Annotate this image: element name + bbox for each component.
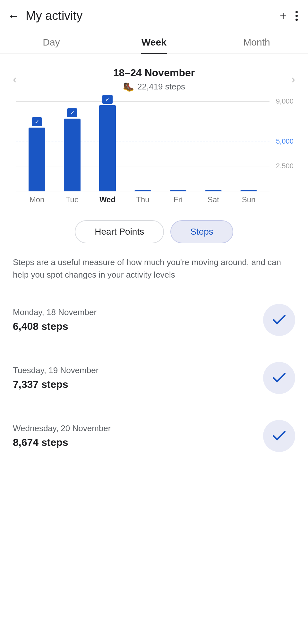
dot-icon bbox=[295, 11, 298, 13]
bar-tue: ✓ bbox=[64, 119, 81, 191]
goal-check-mon bbox=[263, 304, 295, 336]
entry-steps-wed: 8,674 steps bbox=[13, 437, 111, 448]
grid-label-9000: 9,000 bbox=[276, 97, 294, 105]
steps-toggle[interactable]: Steps bbox=[170, 220, 233, 243]
week-navigation: ‹ 18–24 November 🥾 22,419 steps › bbox=[0, 54, 308, 95]
header-actions: + bbox=[280, 9, 298, 23]
day-label-sun: Sun bbox=[231, 193, 266, 204]
day-label-wed: Wed bbox=[90, 193, 125, 204]
day-label-thu: Thu bbox=[125, 193, 160, 204]
bar-thu bbox=[134, 190, 151, 191]
entry-date-tue: Tuesday, 19 November bbox=[13, 365, 98, 375]
page-title: My activity bbox=[26, 9, 280, 23]
tab-day[interactable]: Day bbox=[0, 29, 103, 54]
tab-week[interactable]: Week bbox=[103, 29, 205, 54]
more-options-button[interactable] bbox=[295, 11, 298, 21]
back-button[interactable]: ← bbox=[8, 10, 19, 22]
heart-points-toggle[interactable]: Heart Points bbox=[75, 220, 164, 243]
bar-check-tue: ✓ bbox=[67, 108, 77, 117]
next-week-button[interactable]: › bbox=[291, 73, 295, 86]
prev-week-button[interactable]: ‹ bbox=[13, 73, 17, 86]
dot-icon bbox=[295, 19, 298, 21]
grid-label-5000: 5,000 bbox=[276, 137, 294, 146]
bar-check-mon: ✓ bbox=[32, 117, 42, 126]
entry-steps-tue: 7,337 steps bbox=[13, 379, 98, 390]
bar-col-mon: ✓ bbox=[19, 102, 55, 191]
bar-col-fri bbox=[160, 102, 196, 191]
week-date-range: 18–24 November bbox=[113, 67, 195, 79]
bar-col-tue: ✓ bbox=[55, 102, 90, 191]
steps-description: Steps are a useful measure of how much y… bbox=[0, 250, 308, 291]
goal-check-wed bbox=[263, 420, 295, 452]
bar-col-wed: ✓ bbox=[90, 102, 125, 191]
week-total-steps: 🥾 22,419 steps bbox=[113, 81, 195, 92]
steps-chart: 9,000 5,000 2,500 ✓ ✓ bbox=[0, 95, 308, 207]
bar-col-thu bbox=[125, 102, 160, 191]
goal-check-tue bbox=[263, 362, 295, 394]
steps-icon: 🥾 bbox=[123, 81, 134, 92]
bar-sat bbox=[205, 190, 222, 191]
dot-icon bbox=[295, 15, 298, 17]
toggle-row: Heart Points Steps bbox=[0, 220, 308, 243]
list-item[interactable]: Tuesday, 19 November 7,337 steps bbox=[0, 349, 308, 407]
bar-col-sat bbox=[196, 102, 231, 191]
bar-sun bbox=[240, 190, 257, 191]
entry-info-wed: Wednesday, 20 November 8,674 steps bbox=[13, 423, 111, 448]
add-button[interactable]: + bbox=[280, 9, 287, 23]
entry-steps-mon: 6,408 steps bbox=[13, 321, 97, 332]
bar-wed: ✓ bbox=[99, 105, 116, 191]
bar-fri bbox=[170, 190, 186, 191]
list-item[interactable]: Wednesday, 20 November 8,674 steps bbox=[0, 407, 308, 465]
header: ← My activity + bbox=[0, 0, 308, 29]
entry-info-tue: Tuesday, 19 November 7,337 steps bbox=[13, 365, 98, 390]
day-label-tue: Tue bbox=[55, 193, 90, 204]
chart-area: 9,000 5,000 2,500 ✓ ✓ bbox=[16, 102, 270, 204]
day-label-sat: Sat bbox=[196, 193, 231, 204]
entry-date-wed: Wednesday, 20 November bbox=[13, 423, 111, 433]
entry-date-mon: Monday, 18 November bbox=[13, 307, 97, 317]
bar-check-wed: ✓ bbox=[102, 95, 113, 104]
bar-mon: ✓ bbox=[29, 128, 45, 191]
day-label-mon: Mon bbox=[19, 193, 55, 204]
entry-info-mon: Monday, 18 November 6,408 steps bbox=[13, 307, 97, 332]
day-label-fri: Fri bbox=[160, 193, 196, 204]
week-info: 18–24 November 🥾 22,419 steps bbox=[113, 67, 195, 92]
bar-col-sun bbox=[231, 102, 266, 191]
bars-container: ✓ ✓ ✓ bbox=[16, 102, 270, 191]
tabs-row: Day Week Month bbox=[0, 29, 308, 54]
tab-month[interactable]: Month bbox=[205, 29, 308, 54]
day-labels: Mon Tue Wed Thu Fri Sat Sun bbox=[16, 193, 270, 204]
list-item[interactable]: Monday, 18 November 6,408 steps bbox=[0, 291, 308, 349]
grid-label-2500: 2,500 bbox=[276, 162, 294, 170]
